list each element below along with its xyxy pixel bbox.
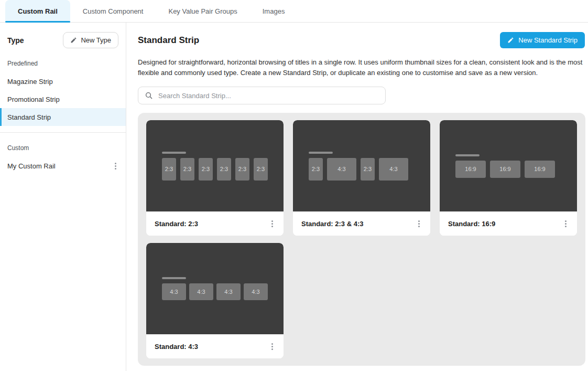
kebab-menu-icon[interactable]: [269, 218, 275, 229]
pencil-icon: [507, 37, 514, 44]
aspect-box-2-3: 2:3: [309, 158, 323, 181]
search-input[interactable]: [158, 92, 379, 100]
card-footer: Standard: 2:3: [146, 211, 284, 236]
aspect-box-2-3: 2:3: [180, 158, 194, 181]
aspect-box-2-3: 2:3: [217, 158, 231, 181]
aspect-boxes: 4:34:34:34:3: [162, 283, 284, 300]
card-title: Standard: 2:3 & 4:3: [301, 220, 363, 228]
sidebar-divider: [0, 132, 126, 133]
main-content: Standard Strip New Standard Strip Design…: [126, 23, 588, 371]
sidebar-title: Type: [7, 36, 24, 45]
strip-card[interactable]: 2:32:32:32:32:32:3 Standard: 2:3: [146, 120, 284, 236]
kebab-menu-icon[interactable]: [563, 218, 569, 229]
pencil-icon: [70, 37, 77, 44]
sidebar-item-label: Standard Strip: [7, 113, 51, 121]
aspect-box-4-3: 4:3: [162, 283, 186, 300]
page-title: Standard Strip: [138, 35, 199, 46]
strip-thumbnail: 2:32:32:32:32:32:3: [146, 120, 284, 211]
search-icon: [145, 91, 153, 100]
strip-description: Designed for straightforward, horizontal…: [138, 57, 585, 78]
search-bar[interactable]: [138, 87, 386, 104]
aspect-box-4-3: 4:3: [189, 283, 213, 300]
aspect-box-2-3: 2:3: [162, 158, 176, 181]
aspect-boxes: 2:32:32:32:32:32:3: [162, 158, 284, 181]
aspect-boxes: 16:916:916:9: [455, 161, 577, 178]
card-grid: 2:32:32:32:32:32:3 Standard: 2:3 2:34:32…: [146, 120, 577, 358]
section-label-predefined: Predefined: [0, 60, 126, 67]
aspect-box-4-3: 4:3: [327, 158, 356, 181]
kebab-menu-icon[interactable]: [113, 161, 118, 172]
tab-key-value-pair-groups[interactable]: Key Value Pair Groups: [156, 0, 249, 22]
sidebar-item-standard-strip[interactable]: Standard Strip: [0, 108, 126, 126]
aspect-box-2-3: 2:3: [199, 158, 213, 181]
app-window: Custom Rail Custom Component Key Value P…: [0, 0, 588, 371]
tab-images[interactable]: Images: [250, 0, 298, 22]
sidebar-item-label: Magazine Strip: [7, 78, 53, 86]
aspect-box-2-3: 2:3: [235, 158, 249, 181]
strip-thumbnail: 2:34:32:34:3: [293, 120, 430, 211]
aspect-box-16-9: 16:9: [490, 161, 520, 178]
card-title: Standard: 2:3: [155, 220, 198, 228]
aspect-box-4-3: 4:3: [216, 283, 241, 300]
thumbnail-title-placeholder: [455, 154, 480, 156]
sidebar-item-magazine-strip[interactable]: Magazine Strip: [0, 72, 126, 90]
card-footer: Standard: 16:9: [440, 211, 577, 236]
aspect-box-16-9: 16:9: [455, 161, 486, 178]
thumbnail-title-placeholder: [162, 152, 186, 154]
strip-card[interactable]: 16:916:916:9 Standard: 16:9: [440, 120, 577, 236]
aspect-boxes: 2:34:32:34:3: [309, 158, 430, 181]
aspect-box-4-3: 4:3: [379, 158, 408, 181]
sidebar-item-label: My Custom Rail: [7, 162, 56, 170]
section-label-custom: Custom: [0, 144, 126, 152]
aspect-box-4-3: 4:3: [244, 283, 268, 300]
sidebar-item-my-custom-rail[interactable]: My Custom Rail: [0, 157, 126, 175]
custom-items: My Custom Rail: [0, 157, 126, 175]
strip-card[interactable]: 4:34:34:34:3 Standard: 4:3: [146, 243, 284, 358]
aspect-box-2-3: 2:3: [254, 158, 268, 181]
predefined-items: Magazine Strip Promotional Strip Standar…: [0, 72, 126, 126]
new-type-label: New Type: [81, 36, 111, 44]
type-sidebar: Type New Type Predefined Magazine Strip …: [0, 23, 126, 371]
sidebar-header: Type New Type: [0, 32, 126, 48]
thumbnail-title-placeholder: [162, 277, 186, 279]
strip-thumbnail: 4:34:34:34:3: [146, 243, 284, 334]
card-footer: Standard: 2:3 & 4:3: [293, 211, 430, 236]
new-type-button[interactable]: New Type: [63, 32, 118, 48]
aspect-box-16-9: 16:9: [525, 161, 555, 178]
sidebar-item-label: Promotional Strip: [7, 96, 60, 103]
new-standard-strip-button[interactable]: New Standard Strip: [500, 32, 585, 48]
aspect-box-2-3: 2:3: [361, 158, 375, 181]
strip-thumbnail: 16:916:916:9: [440, 120, 577, 211]
tab-custom-rail[interactable]: Custom Rail: [5, 0, 70, 22]
top-tab-bar: Custom Rail Custom Component Key Value P…: [0, 0, 588, 23]
card-title: Standard: 16:9: [448, 220, 495, 228]
kebab-menu-icon[interactable]: [269, 341, 275, 352]
strip-card[interactable]: 2:34:32:34:3 Standard: 2:3 & 4:3: [293, 120, 430, 236]
new-standard-strip-label: New Standard Strip: [518, 36, 578, 44]
kebab-menu-icon[interactable]: [416, 218, 422, 229]
main-header: Standard Strip New Standard Strip: [138, 32, 585, 48]
strip-grid-container: 2:32:32:32:32:32:3 Standard: 2:3 2:34:32…: [138, 113, 585, 366]
sidebar-item-promotional-strip[interactable]: Promotional Strip: [0, 90, 126, 108]
thumbnail-title-placeholder: [309, 152, 333, 154]
tab-custom-component[interactable]: Custom Component: [70, 0, 156, 22]
card-footer: Standard: 4:3: [146, 334, 284, 358]
card-title: Standard: 4:3: [155, 343, 198, 351]
